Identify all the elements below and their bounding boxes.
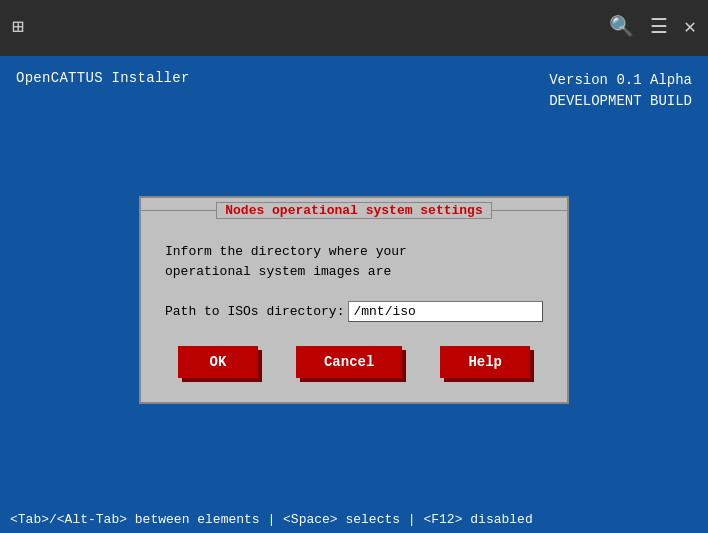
cancel-button[interactable]: Cancel bbox=[296, 346, 402, 378]
menu-icon[interactable]: ☰ bbox=[650, 18, 668, 38]
status-bar: <Tab>/<Alt-Tab> between elements | <Spac… bbox=[0, 505, 708, 533]
dialog-description: Inform the directory where your operatio… bbox=[165, 242, 543, 281]
title-bar-left: ⊞ bbox=[12, 18, 24, 38]
close-icon[interactable]: ✕ bbox=[684, 18, 696, 38]
path-label: Path to ISOs directory: bbox=[165, 304, 344, 319]
title-bar: ⊞ 🔍 ☰ ✕ bbox=[0, 0, 708, 56]
dialog-body: Inform the directory where your operatio… bbox=[141, 222, 567, 402]
ok-button[interactable]: OK bbox=[178, 346, 258, 378]
version-info: Version 0.1 Alpha DEVELOPMENT BUILD bbox=[549, 70, 692, 112]
dialog-buttons: OK Cancel Help bbox=[165, 346, 543, 378]
app-name: OpenCATTUS Installer bbox=[16, 70, 190, 86]
title-bar-right: 🔍 ☰ ✕ bbox=[609, 18, 696, 38]
search-icon[interactable]: 🔍 bbox=[609, 18, 634, 38]
status-text: <Tab>/<Alt-Tab> between elements | <Spac… bbox=[10, 512, 533, 527]
dialog-field-row: Path to ISOs directory: bbox=[165, 301, 543, 322]
dialog: Nodes operational system settings Inform… bbox=[139, 196, 569, 404]
help-button[interactable]: Help bbox=[440, 346, 530, 378]
new-tab-icon[interactable]: ⊞ bbox=[12, 18, 24, 38]
terminal-area: OpenCATTUS Installer Version 0.1 Alpha D… bbox=[0, 56, 708, 533]
path-input[interactable] bbox=[348, 301, 543, 322]
dialog-title: Nodes operational system settings bbox=[216, 202, 491, 219]
dialog-title-bar: Nodes operational system settings bbox=[141, 198, 567, 222]
